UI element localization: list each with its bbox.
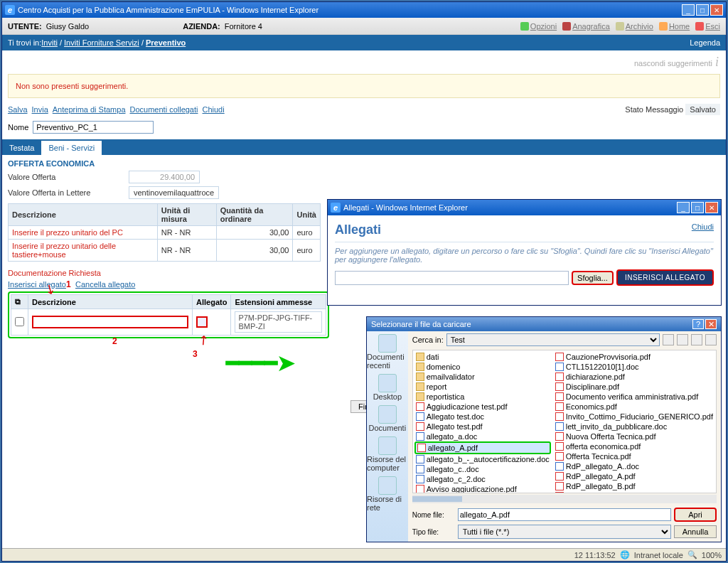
popup-maximize-button[interactable]: □	[691, 202, 704, 213]
chiudi-link[interactable]: Chiudi	[692, 222, 714, 231]
sfoglia-button[interactable]: Sfoglia...	[572, 271, 614, 285]
legenda-link[interactable]: Legenda	[690, 38, 720, 47]
status-label: Stato Messaggio Salvato	[625, 104, 720, 115]
file-item[interactable]: RdP_allegato_A.pdf	[554, 471, 714, 481]
up-icon[interactable]	[677, 334, 688, 345]
val-lettere-value: ventinovemilaquattroce	[129, 186, 219, 199]
file-item[interactable]: Documento verifica amministrativa.pdf	[554, 392, 714, 402]
anteprima-link[interactable]: Anteprima di Stampa	[53, 105, 126, 114]
descrizione-input[interactable]	[32, 316, 188, 328]
folder-icon	[416, 363, 424, 371]
side-risorse-computer[interactable]: Risorse del computer	[367, 436, 408, 472]
nome-file-input[interactable]	[458, 508, 671, 521]
file-item[interactable]: Economics.pdf	[554, 402, 714, 412]
pdf-icon	[555, 402, 564, 411]
file-item[interactable]: dichiarazione.pdf	[554, 372, 714, 382]
close-button[interactable]: ✕	[710, 4, 723, 16]
hide-hints[interactable]: nascondi suggerimentii	[2, 50, 726, 74]
esci-link[interactable]: Esci	[695, 22, 720, 31]
file-item[interactable]: CauzioneProvvisoria.pdf	[554, 352, 714, 362]
annotation-2: 2	[112, 336, 117, 346]
file-item[interactable]: Schema offerta economica.pdf	[554, 491, 714, 493]
invia-link[interactable]: Invia	[32, 105, 48, 114]
allegati-hint: Per aggiungere un allegato, digitare un …	[335, 247, 714, 264]
file-item[interactable]: allegato_a.doc	[414, 431, 551, 441]
side-documenti-recenti[interactable]: Documenti recenti	[367, 334, 408, 370]
file-item[interactable]: offerta economica.pdf	[554, 441, 714, 451]
pdf-icon	[555, 482, 564, 490]
ie-icon: e	[331, 203, 341, 213]
file-item[interactable]: lett_invito_da_pubblicare.doc	[554, 422, 714, 431]
allegato-file-button[interactable]	[196, 316, 208, 328]
file-item[interactable]: Avviso aggiudicazione.pdf	[414, 484, 551, 493]
view-icon[interactable]	[705, 334, 717, 345]
file-item[interactable]: domenico	[414, 362, 551, 372]
documenti-link[interactable]: Documenti collegati	[130, 105, 198, 114]
newfolder-icon[interactable]	[691, 334, 702, 345]
file-item[interactable]: Invito_Cottimo_Fiduciario_GENERICO.pdf	[554, 412, 714, 422]
allegato-path-input[interactable]	[335, 271, 569, 285]
back-icon[interactable]	[663, 334, 674, 345]
file-item[interactable]: Aggiudicazione test.pdf	[414, 402, 551, 412]
anagrafica-link[interactable]: Anagrafica	[562, 22, 610, 31]
file-item[interactable]: allegato_c..doc	[414, 464, 551, 474]
allegati-body: Chiudi Allegati Per aggiungere un allega…	[328, 215, 721, 293]
pdf-icon	[416, 402, 424, 411]
nome-input[interactable]	[33, 121, 154, 134]
popup-close-button[interactable]: ✕	[705, 202, 718, 213]
archivio-link[interactable]: Archivio	[616, 22, 653, 31]
table-row[interactable]: Inserire il prezzo unitario del PC NR - …	[9, 226, 321, 240]
file-item[interactable]: reportistica	[414, 392, 551, 402]
breadcrumb-inviti[interactable]: Inviti	[41, 38, 58, 47]
breadcrumb-forniture[interactable]: Inviti Forniture Servizi	[64, 38, 139, 47]
pdf-icon	[555, 452, 564, 461]
file-item[interactable]: allegato_b_-_autocertificazione.doc	[414, 454, 551, 464]
file-dialog-help-button[interactable]: ?	[692, 319, 704, 329]
file-item[interactable]: emailvalidator	[414, 372, 551, 382]
file-dialog-sidebar: Documenti recenti Desktop Documenti Riso…	[367, 331, 408, 542]
doc-row: P7M-PDF-JPG-TIFF-BMP-ZI	[11, 309, 326, 336]
maximize-button[interactable]: □	[696, 4, 709, 16]
annulla-button[interactable]: Annulla	[674, 525, 717, 538]
userbar: UTENTE: Giusy Galdo AZIENDA: Fornitore 4…	[2, 18, 726, 35]
file-item[interactable]: Offerta Tecnica.pdf	[554, 451, 714, 461]
file-item[interactable]: Disciplinare.pdf	[554, 382, 714, 392]
apri-button[interactable]: Apri	[674, 508, 717, 522]
inserisci-allegato-button[interactable]: INSERISCI ALLEGATO	[616, 269, 714, 286]
hdr-desc: Descrizione	[9, 204, 158, 226]
tab-testata[interactable]: Testata	[2, 141, 41, 155]
file-item[interactable]: dati	[414, 352, 551, 362]
table-row[interactable]: Inserire il prezzo unitario delle tastie…	[9, 240, 321, 262]
minimize-button[interactable]: _	[682, 4, 695, 16]
file-item[interactable]: allegato_A.pdf	[414, 441, 551, 454]
side-risorse-rete[interactable]: Risorse di rete	[367, 476, 408, 512]
file-list[interactable]: datidomenicoemailvalidatorreportreportis…	[412, 350, 717, 493]
file-item[interactable]: Allegato test.pdf	[414, 422, 551, 431]
tab-beni-servizi[interactable]: Beni - Servizi	[41, 141, 102, 155]
tipo-file-select[interactable]: Tutti i file (*.*)	[458, 525, 671, 539]
home-link[interactable]: Home	[659, 22, 690, 31]
file-item[interactable]: Nuova Offerta Tecnica.pdf	[554, 431, 714, 441]
popup-minimize-button[interactable]: _	[677, 202, 690, 213]
chiudi-link[interactable]: Chiudi	[203, 105, 225, 114]
file-dialog-close-button[interactable]: ✕	[705, 319, 717, 329]
allegati-title: Allegati - Windows Internet Explorer	[343, 203, 677, 212]
file-dialog-titlebar: Selezionare il file da caricare ? ✕	[367, 317, 721, 331]
file-item[interactable]: allegato_c_2.doc	[414, 474, 551, 484]
opzioni-link[interactable]: Opzioni	[520, 22, 557, 31]
row-checkbox[interactable]	[15, 317, 24, 326]
side-desktop[interactable]: Desktop	[373, 374, 402, 401]
file-item[interactable]: report	[414, 382, 551, 392]
side-documenti[interactable]: Documenti	[369, 405, 407, 432]
breadcrumb-preventivo[interactable]: Preventivo	[146, 38, 186, 47]
file-item[interactable]: RdP_allegato_B.pdf	[554, 481, 714, 491]
salva-link[interactable]: Salva	[8, 105, 28, 114]
pdf-icon	[555, 492, 564, 493]
file-item[interactable]: Allegato test.doc	[414, 412, 551, 422]
pdf-icon	[555, 353, 564, 361]
file-item[interactable]: RdP_allegato_A..doc	[554, 461, 714, 471]
file-item[interactable]: CTL15122010[1].doc	[554, 362, 714, 372]
cancella-allegato-link[interactable]: Cancella allegato	[75, 280, 135, 289]
folder-select[interactable]: Test	[446, 333, 660, 346]
horizontal-scrollbar[interactable]	[412, 495, 717, 503]
